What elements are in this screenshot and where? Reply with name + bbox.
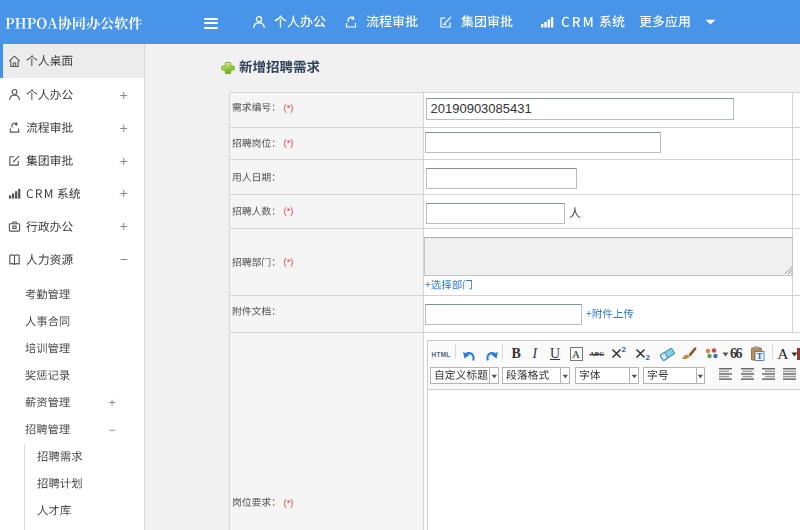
svg-text:T: T [757, 351, 763, 361]
